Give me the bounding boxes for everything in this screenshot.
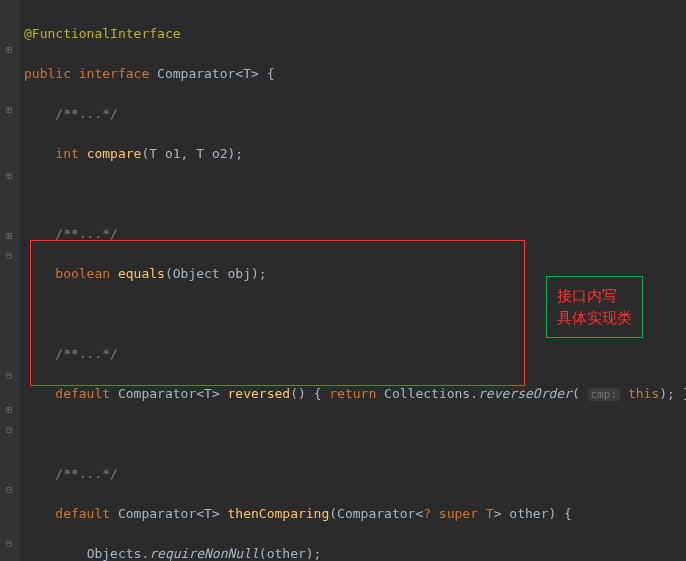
fold-icon[interactable]: ⊞ [3, 404, 15, 416]
param-hint: cmp: [588, 388, 621, 401]
type-name: Comparator [118, 386, 196, 401]
keyword-return: return [329, 386, 376, 401]
fold-minus-icon[interactable]: ⊟ [3, 538, 15, 550]
generic-param: T [204, 386, 212, 401]
method-call: requireNonNull [149, 546, 259, 561]
fold-minus-icon[interactable]: ⊟ [3, 250, 15, 262]
keyword-interface: interface [79, 66, 149, 81]
folded-comment[interactable]: /**...*/ [55, 466, 118, 481]
param-type: Object [173, 266, 220, 281]
generic-param: T [204, 506, 212, 521]
param-name: o1 [165, 146, 181, 161]
keyword-default: default [55, 506, 110, 521]
annotation-green-box: 接口内写 具体实现类 [546, 276, 643, 338]
method-name: equals [118, 266, 165, 281]
code-editor: ⊞ ⊞ ⊞ ⊞ ⊟ ⊟ ⊞ ⊟ ⊟ ⊟ @FunctionalInterface… [0, 0, 686, 561]
folded-comment[interactable]: /**...*/ [55, 346, 118, 361]
method-name: reversed [228, 386, 291, 401]
fold-minus-icon[interactable]: ⊟ [3, 424, 15, 436]
annotation-text-line2: 具体实现类 [557, 309, 632, 326]
method-name: compare [87, 146, 142, 161]
fold-icon[interactable]: ⊞ [3, 170, 15, 182]
method-name: thenComparing [228, 506, 330, 521]
type-name: Comparator [118, 506, 196, 521]
param-type: Comparator [337, 506, 415, 521]
keyword-public: public [24, 66, 71, 81]
fold-icon[interactable]: ⊞ [3, 230, 15, 242]
param-name: o2 [212, 146, 228, 161]
fold-icon[interactable]: ⊞ [3, 44, 15, 56]
arg: other [267, 546, 306, 561]
method-call: reverseOrder [478, 386, 572, 401]
keyword-boolean: boolean [55, 266, 110, 281]
class-ref: Objects [87, 546, 142, 561]
param-name: other [509, 506, 548, 521]
fold-icon[interactable]: ⊞ [3, 104, 15, 116]
code-area[interactable]: @FunctionalInterface public interface Co… [20, 0, 686, 561]
keyword-int: int [55, 146, 78, 161]
keyword-this: this [628, 386, 659, 401]
gutter: ⊞ ⊞ ⊞ ⊞ ⊟ ⊟ ⊞ ⊟ ⊟ ⊟ [0, 0, 20, 561]
fold-minus-icon[interactable]: ⊟ [3, 484, 15, 496]
fold-minus-icon[interactable]: ⊟ [3, 370, 15, 382]
type-name: Comparator [157, 66, 235, 81]
param-type: T [196, 146, 204, 161]
annotation-text-line1: 接口内写 [557, 287, 617, 304]
folded-comment[interactable]: /**...*/ [55, 226, 118, 241]
annotation: @FunctionalInterface [24, 26, 181, 41]
param-name: obj [228, 266, 251, 281]
folded-comment[interactable]: /**...*/ [55, 106, 118, 121]
keyword-default: default [55, 386, 110, 401]
wildcard: ? super T [423, 506, 493, 521]
class-ref: Collections [384, 386, 470, 401]
generic-param: T [243, 66, 251, 81]
param-type: T [149, 146, 157, 161]
